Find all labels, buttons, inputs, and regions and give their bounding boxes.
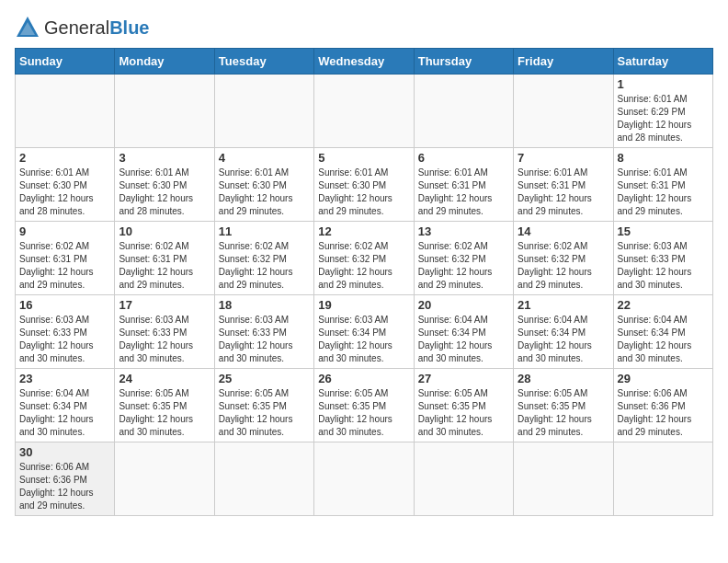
calendar-table: SundayMondayTuesdayWednesdayThursdayFrid… xyxy=(15,48,713,516)
calendar-day-cell xyxy=(514,75,613,148)
day-info: Sunrise: 6:03 AM Sunset: 6:33 PM Dayligh… xyxy=(219,314,310,365)
day-number: 16 xyxy=(19,298,110,312)
day-info: Sunrise: 6:05 AM Sunset: 6:35 PM Dayligh… xyxy=(119,387,210,439)
calendar-day-cell xyxy=(414,442,513,516)
day-header-friday: Friday xyxy=(514,49,613,75)
day-info: Sunrise: 6:05 AM Sunset: 6:35 PM Dayligh… xyxy=(219,387,310,439)
day-header-saturday: Saturday xyxy=(613,49,712,75)
calendar-day-cell xyxy=(214,442,313,516)
day-info: Sunrise: 6:01 AM Sunset: 6:30 PM Dayligh… xyxy=(119,167,210,218)
day-info: Sunrise: 6:01 AM Sunset: 6:30 PM Dayligh… xyxy=(19,167,110,218)
calendar-day-cell xyxy=(115,442,214,516)
calendar-day-cell: 17Sunrise: 6:03 AM Sunset: 6:33 PM Dayli… xyxy=(115,295,214,369)
calendar-week-row: 2Sunrise: 6:01 AM Sunset: 6:30 PM Daylig… xyxy=(16,148,713,222)
day-number: 3 xyxy=(119,151,210,165)
day-info: Sunrise: 6:05 AM Sunset: 6:35 PM Dayligh… xyxy=(518,387,609,439)
day-number: 29 xyxy=(618,372,709,385)
day-header-sunday: Sunday xyxy=(16,49,115,75)
page-header: GeneralBlue xyxy=(15,15,713,40)
day-header-monday: Monday xyxy=(115,49,214,75)
calendar-day-cell: 15Sunrise: 6:03 AM Sunset: 6:33 PM Dayli… xyxy=(613,222,712,295)
calendar-day-cell xyxy=(613,442,712,516)
day-number: 2 xyxy=(19,151,110,165)
day-number: 8 xyxy=(618,151,709,165)
day-number: 20 xyxy=(418,298,509,312)
calendar-day-cell xyxy=(414,75,513,148)
day-number: 26 xyxy=(318,372,409,385)
day-header-tuesday: Tuesday xyxy=(214,49,313,75)
calendar-day-cell xyxy=(514,442,613,516)
calendar-day-cell: 9Sunrise: 6:02 AM Sunset: 6:31 PM Daylig… xyxy=(16,222,115,295)
day-info: Sunrise: 6:03 AM Sunset: 6:33 PM Dayligh… xyxy=(119,314,210,365)
day-info: Sunrise: 6:01 AM Sunset: 6:29 PM Dayligh… xyxy=(618,93,709,144)
calendar-day-cell: 4Sunrise: 6:01 AM Sunset: 6:30 PM Daylig… xyxy=(214,148,313,222)
calendar-day-cell: 30Sunrise: 6:06 AM Sunset: 6:36 PM Dayli… xyxy=(16,442,115,516)
day-info: Sunrise: 6:01 AM Sunset: 6:31 PM Dayligh… xyxy=(618,167,709,218)
calendar-day-cell: 26Sunrise: 6:05 AM Sunset: 6:35 PM Dayli… xyxy=(314,369,414,442)
day-number: 13 xyxy=(418,224,509,238)
day-info: Sunrise: 6:01 AM Sunset: 6:30 PM Dayligh… xyxy=(318,167,409,218)
calendar-day-cell: 5Sunrise: 6:01 AM Sunset: 6:30 PM Daylig… xyxy=(314,148,414,222)
day-number: 12 xyxy=(318,224,409,238)
day-info: Sunrise: 6:03 AM Sunset: 6:33 PM Dayligh… xyxy=(19,314,110,365)
calendar-week-row: 30Sunrise: 6:06 AM Sunset: 6:36 PM Dayli… xyxy=(16,442,713,516)
calendar-day-cell: 29Sunrise: 6:06 AM Sunset: 6:36 PM Dayli… xyxy=(613,369,712,442)
day-number: 30 xyxy=(19,445,110,459)
calendar-day-cell: 22Sunrise: 6:04 AM Sunset: 6:34 PM Dayli… xyxy=(613,295,712,369)
day-number: 1 xyxy=(618,77,709,91)
day-number: 25 xyxy=(219,372,310,385)
calendar-day-cell xyxy=(16,75,115,148)
day-number: 19 xyxy=(318,298,409,312)
calendar-header-row: SundayMondayTuesdayWednesdayThursdayFrid… xyxy=(16,49,713,75)
day-number: 17 xyxy=(119,298,210,312)
calendar-day-cell: 18Sunrise: 6:03 AM Sunset: 6:33 PM Dayli… xyxy=(214,295,313,369)
calendar-day-cell: 6Sunrise: 6:01 AM Sunset: 6:31 PM Daylig… xyxy=(414,148,513,222)
day-number: 11 xyxy=(219,224,310,238)
day-number: 6 xyxy=(418,151,509,165)
calendar-day-cell: 23Sunrise: 6:04 AM Sunset: 6:34 PM Dayli… xyxy=(16,369,115,442)
calendar-day-cell xyxy=(214,75,313,148)
calendar-week-row: 9Sunrise: 6:02 AM Sunset: 6:31 PM Daylig… xyxy=(16,222,713,295)
day-info: Sunrise: 6:01 AM Sunset: 6:31 PM Dayligh… xyxy=(418,167,509,218)
day-number: 23 xyxy=(19,372,110,385)
day-info: Sunrise: 6:04 AM Sunset: 6:34 PM Dayligh… xyxy=(19,387,110,439)
day-number: 21 xyxy=(518,298,609,312)
calendar-day-cell: 20Sunrise: 6:04 AM Sunset: 6:34 PM Dayli… xyxy=(414,295,513,369)
calendar-day-cell: 10Sunrise: 6:02 AM Sunset: 6:31 PM Dayli… xyxy=(115,222,214,295)
day-number: 9 xyxy=(19,224,110,238)
calendar-day-cell: 13Sunrise: 6:02 AM Sunset: 6:32 PM Dayli… xyxy=(414,222,513,295)
calendar-day-cell: 24Sunrise: 6:05 AM Sunset: 6:35 PM Dayli… xyxy=(115,369,214,442)
day-number: 15 xyxy=(618,224,709,238)
logo-icon xyxy=(15,15,40,40)
calendar-day-cell: 27Sunrise: 6:05 AM Sunset: 6:35 PM Dayli… xyxy=(414,369,513,442)
day-number: 14 xyxy=(518,224,609,238)
day-info: Sunrise: 6:06 AM Sunset: 6:36 PM Dayligh… xyxy=(618,387,709,439)
calendar-day-cell: 8Sunrise: 6:01 AM Sunset: 6:31 PM Daylig… xyxy=(613,148,712,222)
day-number: 10 xyxy=(119,224,210,238)
calendar-day-cell: 19Sunrise: 6:03 AM Sunset: 6:34 PM Dayli… xyxy=(314,295,414,369)
calendar-day-cell xyxy=(314,75,414,148)
calendar-week-row: 16Sunrise: 6:03 AM Sunset: 6:33 PM Dayli… xyxy=(16,295,713,369)
calendar-day-cell: 12Sunrise: 6:02 AM Sunset: 6:32 PM Dayli… xyxy=(314,222,414,295)
calendar-day-cell: 7Sunrise: 6:01 AM Sunset: 6:31 PM Daylig… xyxy=(514,148,613,222)
calendar-day-cell: 28Sunrise: 6:05 AM Sunset: 6:35 PM Dayli… xyxy=(514,369,613,442)
calendar-day-cell: 25Sunrise: 6:05 AM Sunset: 6:35 PM Dayli… xyxy=(214,369,313,442)
calendar-day-cell: 21Sunrise: 6:04 AM Sunset: 6:34 PM Dayli… xyxy=(514,295,613,369)
day-number: 27 xyxy=(418,372,509,385)
day-number: 28 xyxy=(518,372,609,385)
calendar-day-cell: 14Sunrise: 6:02 AM Sunset: 6:32 PM Dayli… xyxy=(514,222,613,295)
calendar-day-cell: 3Sunrise: 6:01 AM Sunset: 6:30 PM Daylig… xyxy=(115,148,214,222)
logo: GeneralBlue xyxy=(15,15,150,40)
calendar-day-cell: 1Sunrise: 6:01 AM Sunset: 6:29 PM Daylig… xyxy=(613,75,712,148)
day-header-wednesday: Wednesday xyxy=(314,49,414,75)
day-header-thursday: Thursday xyxy=(414,49,513,75)
calendar-week-row: 23Sunrise: 6:04 AM Sunset: 6:34 PM Dayli… xyxy=(16,369,713,442)
calendar-day-cell: 16Sunrise: 6:03 AM Sunset: 6:33 PM Dayli… xyxy=(16,295,115,369)
calendar-week-row: 1Sunrise: 6:01 AM Sunset: 6:29 PM Daylig… xyxy=(16,75,713,148)
calendar-day-cell: 2Sunrise: 6:01 AM Sunset: 6:30 PM Daylig… xyxy=(16,148,115,222)
day-info: Sunrise: 6:04 AM Sunset: 6:34 PM Dayligh… xyxy=(518,314,609,365)
calendar-day-cell: 11Sunrise: 6:02 AM Sunset: 6:32 PM Dayli… xyxy=(214,222,313,295)
day-info: Sunrise: 6:02 AM Sunset: 6:32 PM Dayligh… xyxy=(518,240,609,292)
day-info: Sunrise: 6:01 AM Sunset: 6:31 PM Dayligh… xyxy=(518,167,609,218)
day-number: 18 xyxy=(219,298,310,312)
